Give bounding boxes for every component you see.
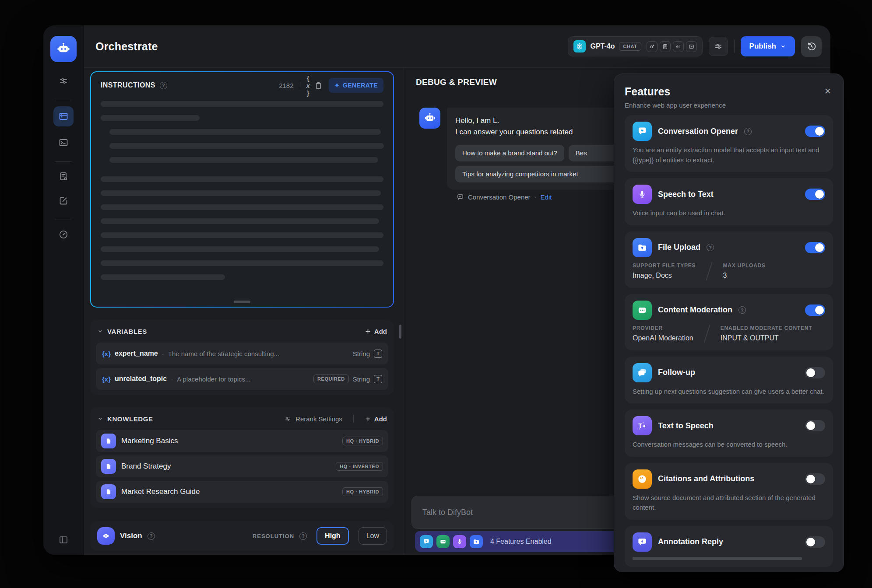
add-label: Add xyxy=(374,415,387,423)
help-icon[interactable]: ? xyxy=(744,128,752,135)
model-selector[interactable]: GPT-4o CHAT xyxy=(568,36,702,56)
chevron-down-icon[interactable] xyxy=(97,416,103,422)
help-icon[interactable]: ? xyxy=(707,244,714,251)
document-capability-icon xyxy=(660,41,671,52)
robot-icon xyxy=(56,41,71,57)
help-icon[interactable]: ? xyxy=(299,532,307,540)
history-icon xyxy=(806,41,817,52)
variable-token-icon: {x} xyxy=(102,350,111,357)
sidebar-item-logs[interactable] xyxy=(53,166,74,186)
retrieval-badge: HQ · HYBRID xyxy=(342,437,383,445)
suggestion-chip[interactable]: How to make a brand stand out? xyxy=(455,145,564,161)
help-icon[interactable]: ? xyxy=(148,532,155,540)
scrollbar-thumb[interactable] xyxy=(399,325,401,339)
top-header: Orchestrate GPT-4o CHAT xyxy=(84,25,830,67)
features-enabled-label: 4 Features Enabled xyxy=(490,538,552,546)
instructions-panel: INSTRUCTIONS ? 2182 {x} xyxy=(90,71,394,308)
variable-description: A placeholder for topics... xyxy=(177,375,309,383)
skeleton-line xyxy=(109,129,381,135)
knowledge-row[interactable]: Marketing Basics HQ · HYBRID xyxy=(96,430,388,452)
annotation-reply-icon xyxy=(633,532,652,552)
divider xyxy=(353,415,354,423)
model-parameters-button[interactable] xyxy=(709,37,728,56)
variable-type: String xyxy=(353,375,370,383)
help-icon[interactable]: ? xyxy=(738,306,746,314)
variable-type: String xyxy=(353,350,370,357)
publish-button[interactable]: Publish xyxy=(741,36,795,56)
clipped-description xyxy=(633,557,802,560)
robot-icon xyxy=(423,112,436,125)
sidebar-item-orchestrate[interactable] xyxy=(53,106,74,126)
variable-description: The name of the strategic consulting... xyxy=(168,350,349,357)
close-icon[interactable]: ✕ xyxy=(823,85,833,97)
version-history-button[interactable] xyxy=(801,36,822,57)
features-title: Features xyxy=(625,85,726,98)
debug-preview-title: DEBUG & PREVIEW xyxy=(416,77,497,87)
vision-label: Vision xyxy=(120,532,142,540)
follow-up-toggle[interactable] xyxy=(805,367,825,378)
rerank-settings-button[interactable]: Rerank Settings xyxy=(284,415,342,423)
chevron-down-icon[interactable] xyxy=(97,328,103,334)
resolution-low-button[interactable]: Low xyxy=(359,527,387,545)
help-icon[interactable]: ? xyxy=(160,82,167,89)
knowledge-row[interactable]: Market Research Guide HQ · HYBRID xyxy=(96,481,388,503)
meta-label: ENABLED MODERATE CONTENT xyxy=(721,325,812,331)
resize-handle[interactable] xyxy=(234,301,250,303)
app-logo-robot-icon[interactable] xyxy=(50,36,77,62)
file-upload-toggle[interactable] xyxy=(805,242,825,253)
feature-title: Speech to Text xyxy=(658,190,714,199)
add-variable-button[interactable]: Add xyxy=(365,328,387,335)
add-knowledge-button[interactable]: Add xyxy=(365,415,387,423)
meta-label: PROVIDER xyxy=(633,325,693,331)
citations-toggle[interactable] xyxy=(805,473,825,485)
conversation-opener-toggle[interactable] xyxy=(805,126,825,137)
divider xyxy=(300,81,300,89)
sidebar-item-monitoring[interactable] xyxy=(53,224,74,245)
feature-description: Voice input can be used in chat. xyxy=(633,208,825,218)
bot-avatar xyxy=(419,108,440,129)
instructions-header: INSTRUCTIONS ? 2182 {x} xyxy=(101,75,383,96)
resolution-high-button[interactable]: High xyxy=(316,527,349,545)
sliders-icon xyxy=(284,415,292,423)
content-moderation-toggle[interactable] xyxy=(805,304,825,316)
required-badge: REQUIRED xyxy=(313,374,349,383)
features-subtitle: Enhance web app user experience xyxy=(625,102,726,109)
feature-description: Conversation messages can be converted t… xyxy=(633,440,825,450)
annotation-reply-toggle[interactable] xyxy=(805,536,825,548)
sidebar-item-annotations[interactable] xyxy=(53,191,74,211)
generate-button[interactable]: ✦ GENERATE xyxy=(329,78,383,93)
meta-column: PROVIDER OpenAI Moderation xyxy=(633,325,693,342)
resolution-label: RESOLUTION xyxy=(253,533,294,539)
dataset-icon xyxy=(101,484,116,499)
slash-divider xyxy=(706,262,713,280)
variable-row[interactable]: {x} expert_name · The name of the strate… xyxy=(96,343,388,364)
feature-title: Content Moderation xyxy=(658,305,732,315)
edit-opener-link[interactable]: Edit xyxy=(541,193,552,201)
suggestion-chip[interactable]: Tips for analyzing competitors in market xyxy=(455,166,624,182)
feature-card-annotation-reply: Annotation Reply xyxy=(625,526,833,567)
insert-variable-button[interactable]: {x} xyxy=(306,74,310,97)
knowledge-row[interactable]: Brand Strategy HQ · INVERTED xyxy=(96,455,388,477)
meta-column: MAX UPLOADS 3 xyxy=(723,262,765,280)
skeleton-line xyxy=(101,204,383,210)
meta-column: ENABLED MODERATE CONTENT INPUT & OUTPUT xyxy=(721,325,812,342)
collapse-sidebar-button[interactable] xyxy=(58,535,69,545)
text-to-speech-toggle[interactable] xyxy=(805,420,825,431)
variables-section: VARIABLES Add {x} expert_name · The name xyxy=(90,320,394,395)
page-title: Orchestrate xyxy=(95,40,158,53)
sliders-icon xyxy=(58,76,69,86)
skeleton-line xyxy=(101,176,383,182)
copy-button[interactable] xyxy=(314,81,323,90)
feature-description: Show source document and attributed sect… xyxy=(633,493,825,513)
citations-icon: “ xyxy=(633,469,652,489)
sidebar-item-settings[interactable] xyxy=(53,71,74,91)
variable-row[interactable]: {x} unrelated_topic · A placeholder for … xyxy=(96,368,388,390)
instructions-text-skeleton[interactable] xyxy=(101,96,383,307)
speech-to-text-toggle[interactable] xyxy=(805,189,825,200)
folder-upload-icon xyxy=(633,238,652,257)
header-actions: GPT-4o CHAT xyxy=(568,36,822,57)
plus-icon xyxy=(365,328,371,335)
feature-title: File Upload xyxy=(658,243,700,252)
sidebar-item-terminal[interactable] xyxy=(53,133,74,153)
meta-column: SUPPORT FILE TYPES Image, Docs xyxy=(633,262,696,280)
